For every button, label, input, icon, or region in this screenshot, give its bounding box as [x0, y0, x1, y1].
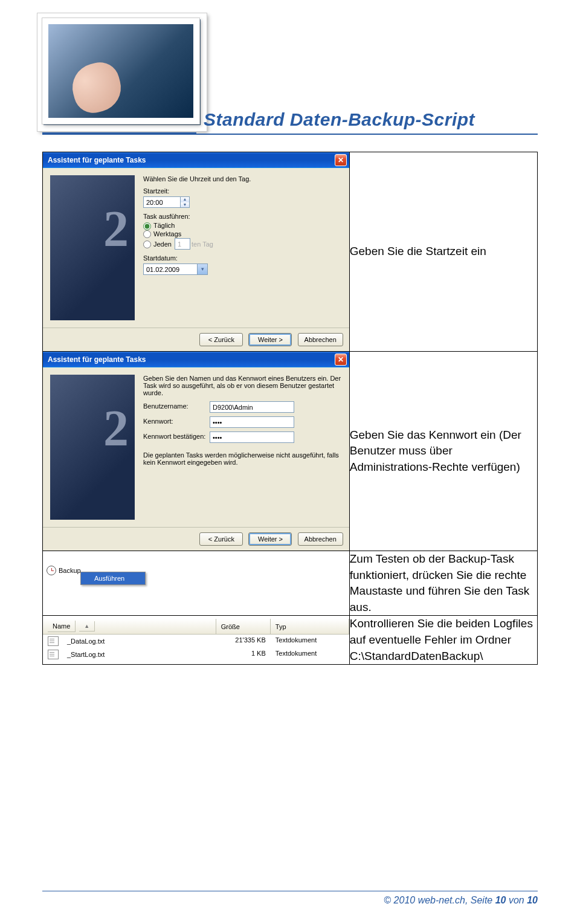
file-type: Textdokument: [271, 649, 349, 660]
password-confirm-label: Kennwort bestätigen:: [143, 433, 210, 440]
execute-label: Task ausführen:: [143, 213, 342, 220]
context-menu-cell: Backup Ausführen: [43, 551, 350, 616]
radio-daily-label: Täglich: [153, 222, 175, 229]
row4-instruction: Kontrollieren Sie die beiden Logfiles au…: [349, 616, 537, 665]
password-input[interactable]: [210, 416, 294, 428]
dialog-titlebar[interactable]: Assistent für geplante Tasks ✕: [43, 152, 349, 168]
text-file-icon: [48, 650, 59, 659]
scheduled-task-icon: [47, 566, 56, 575]
content-table: Assistent für geplante Tasks ✕ Wählen Si…: [42, 152, 538, 665]
footer-page-total: 10: [527, 895, 538, 905]
header-photo: [42, 18, 199, 124]
every-count-input: [175, 238, 190, 250]
next-button[interactable]: Weiter >: [248, 532, 292, 546]
file-row[interactable]: _DataLog.txt 21'335 KB Textdokument: [43, 635, 349, 648]
scheduled-task-wizard-time: Assistent für geplante Tasks ✕ Wählen Si…: [43, 152, 349, 351]
row2-instruction: Geben Sie das Kennwort ein (Der Benutzer…: [349, 352, 537, 551]
context-menu-run[interactable]: Ausführen: [81, 572, 145, 584]
close-icon[interactable]: ✕: [335, 154, 347, 166]
cancel-button[interactable]: Abbrechen: [298, 333, 343, 346]
row3-instruction: Zum Testen ob der Backup-Task funktionie…: [349, 551, 537, 616]
starttime-input[interactable]: [143, 196, 181, 208]
file-name: _StartLog.txt: [62, 650, 109, 659]
close-icon[interactable]: ✕: [335, 354, 347, 366]
username-label: Benutzername:: [143, 402, 210, 410]
spin-down-icon[interactable]: ▼: [181, 202, 189, 208]
next-button[interactable]: Weiter >: [248, 333, 292, 346]
radio-every[interactable]: [143, 241, 151, 248]
radio-daily[interactable]: [143, 222, 151, 230]
col-size[interactable]: Größe: [216, 619, 271, 635]
username-input[interactable]: [210, 401, 294, 413]
footer-page-current: 10: [495, 895, 506, 905]
cancel-button[interactable]: Abbrechen: [298, 532, 343, 546]
wizard-sidebar-image: [50, 175, 135, 320]
footer-page-label: Seite: [471, 895, 495, 905]
spin-up-icon[interactable]: ▲: [181, 197, 189, 202]
file-size: 1 KB: [216, 649, 271, 660]
wizard-sidebar-image: [50, 375, 135, 520]
header: Standard Daten-Backup-Script: [42, 18, 538, 135]
radio-every-label: Jeden: [153, 241, 172, 248]
page-footer: © 2010 web-net.ch, Seite 10 von 10: [42, 891, 538, 906]
file-size: 21'335 KB: [216, 636, 271, 647]
task-item[interactable]: Backup: [47, 566, 81, 575]
startdate-label: Startdatum:: [143, 254, 342, 262]
time-spinner[interactable]: ▲▼: [181, 196, 190, 208]
back-button[interactable]: < Zurück: [199, 532, 243, 546]
page-title: Standard Daten-Backup-Script: [204, 109, 475, 130]
startdate-input[interactable]: [143, 263, 198, 275]
dialog-time-cell: Assistent für geplante Tasks ✕ Wählen Si…: [43, 152, 350, 352]
context-menu: Ausführen: [80, 572, 146, 585]
file-list-header: Name▲ Größe Typ: [43, 619, 349, 635]
dropdown-icon[interactable]: ▾: [198, 263, 208, 275]
password-label: Kennwort:: [143, 418, 210, 425]
dialog-title: Assistent für geplante Tasks: [48, 156, 335, 164]
dialog-prompt: Wählen Sie die Uhrzeit und den Tag.: [143, 175, 342, 183]
footer-copyright: © 2010 web-net.ch: [384, 895, 465, 905]
sort-asc-icon: ▲: [79, 621, 95, 632]
dialog-prompt: Geben Sie den Namen und das Kennwort ein…: [143, 375, 342, 396]
starttime-label: Startzeit:: [143, 187, 342, 195]
scheduled-task-wizard-credentials: Assistent für geplante Tasks ✕ Geben Sie…: [43, 352, 349, 551]
file-list-cell: Name▲ Größe Typ _DataLog.txt 21'335 KB T…: [43, 616, 350, 665]
file-row[interactable]: _StartLog.txt 1 KB Textdokument: [43, 648, 349, 661]
file-type: Textdokument: [271, 636, 349, 647]
dialog-title: Assistent für geplante Tasks: [48, 355, 335, 364]
dialog-password-cell: Assistent für geplante Tasks ✕ Geben Sie…: [43, 352, 350, 551]
radio-weekdays[interactable]: [143, 230, 151, 238]
back-button[interactable]: < Zurück: [199, 333, 243, 346]
password-confirm-input[interactable]: [210, 431, 294, 443]
row1-instruction: Geben Sie die Startzeit ein: [349, 152, 537, 352]
task-label: Backup: [59, 567, 81, 574]
every-suffix: ten Tag: [192, 241, 213, 248]
col-type[interactable]: Typ: [271, 619, 349, 635]
file-name: _DataLog.txt: [62, 637, 109, 645]
password-note: Die geplanten Tasks werden möglicherweis…: [143, 451, 342, 466]
dialog-titlebar[interactable]: Assistent für geplante Tasks ✕: [43, 352, 349, 367]
radio-weekdays-label: Werktags: [153, 230, 181, 237]
col-name[interactable]: Name▲: [43, 619, 216, 635]
text-file-icon: [48, 636, 59, 646]
